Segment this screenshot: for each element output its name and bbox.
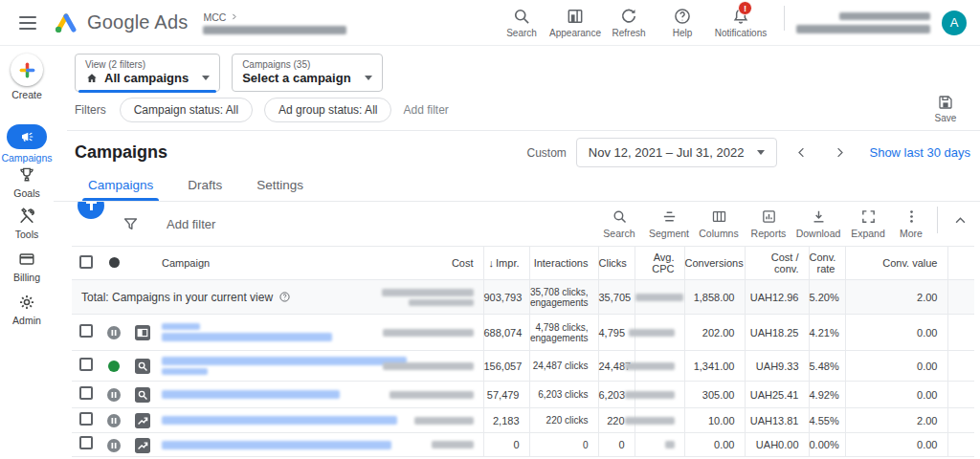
row-checkbox[interactable]	[79, 324, 93, 338]
show-last-30-days-link[interactable]: Show last 30 days	[869, 145, 970, 160]
column-header-interactions[interactable]: Interactions	[529, 247, 598, 280]
column-header-conversions[interactable]: Conversions	[684, 247, 745, 280]
conv-value-cell: 0.00	[845, 433, 947, 457]
campaign-type-icon	[127, 351, 158, 382]
row-checkbox[interactable]	[79, 386, 93, 400]
sidebar-item-goals[interactable]: Goals	[0, 165, 54, 199]
chevron-right-icon	[833, 145, 847, 160]
filter-chip-campaign-status[interactable]: Campaign status: All	[120, 98, 253, 122]
filter-funnel-icon[interactable]	[119, 212, 142, 235]
active-indicator	[78, 90, 216, 93]
table-search-button[interactable]: Search	[594, 208, 644, 239]
date-range-picker[interactable]: Nov 12, 2021 – Jul 31, 2022	[576, 138, 778, 167]
table-row: 156,05724,487 clicks24,4871,341.00UAH9.3…	[72, 351, 974, 382]
tab-drafts[interactable]: Drafts	[174, 174, 235, 201]
help-circle-icon[interactable]	[278, 291, 291, 303]
redacted-avg-cpc	[635, 315, 684, 351]
column-header-conv-value[interactable]: Conv. value	[845, 247, 947, 280]
status-filter-icon[interactable]	[109, 257, 120, 268]
previous-period-button[interactable]	[787, 139, 815, 167]
redacted-campaign-name[interactable]	[158, 315, 359, 351]
chevron-left-icon	[794, 145, 809, 160]
redacted-account-info[interactable]	[796, 12, 930, 33]
table-row: 57,4796,203 clicks6,203305.00UAH25.414.9…	[72, 382, 974, 408]
conv-rate-cell: 5.48%	[809, 351, 845, 382]
column-header-conv-rate[interactable]: Conv. rate	[809, 247, 845, 280]
refresh-button[interactable]: Refresh	[602, 7, 656, 38]
filter-chip-adgroup-status[interactable]: Ad group status: All	[264, 98, 391, 122]
toolbar-add-filter[interactable]: Add filter	[167, 217, 215, 231]
redacted-campaign-name[interactable]	[158, 382, 359, 408]
tab-settings[interactable]: Settings	[243, 174, 317, 201]
next-period-button[interactable]	[825, 139, 854, 167]
help-button[interactable]: Help	[656, 7, 709, 38]
row-checkbox[interactable]	[79, 358, 93, 371]
sidebar-item-create[interactable]: Create	[0, 54, 54, 100]
menu-icon[interactable]	[10, 5, 46, 41]
redacted-campaign-name[interactable]	[158, 408, 359, 433]
redacted-campaign-name[interactable]	[158, 351, 359, 382]
redacted-cost	[359, 351, 483, 382]
column-header-cost[interactable]: Cost	[359, 247, 483, 280]
chevron-down-icon	[202, 76, 210, 80]
column-header-campaign[interactable]: Campaign	[158, 247, 359, 280]
view-selector[interactable]: View (2 filters) All campaigns	[75, 54, 220, 92]
page-title: Campaigns	[75, 142, 167, 163]
table-body: Total: Campaigns in your current view 90…	[72, 280, 974, 457]
appearance-icon	[566, 7, 585, 26]
tab-campaigns[interactable]: Campaigns	[75, 174, 167, 201]
select-all-checkbox[interactable]	[79, 255, 93, 269]
brand-name: Google Ads	[87, 11, 188, 33]
more-vert-icon	[903, 208, 920, 225]
campaign-selector[interactable]: Campaigns (35) Select a campaign	[232, 54, 382, 92]
column-header-clicks[interactable]: Clicks	[598, 247, 635, 280]
campaigns-pill	[7, 124, 47, 149]
download-button[interactable]: Download	[793, 208, 843, 239]
sidebar-item-admin[interactable]: Admin	[0, 293, 54, 326]
sidebar-item-tools[interactable]: Tools	[0, 207, 54, 240]
gear-icon	[17, 293, 36, 312]
chevron-down-icon	[757, 150, 765, 155]
campaign-status[interactable]	[100, 315, 127, 351]
collapse-table-button[interactable]	[946, 206, 974, 234]
account-breadcrumb[interactable]: MCC	[203, 11, 346, 34]
expand-button[interactable]: Expand	[843, 208, 893, 239]
reports-icon	[761, 208, 777, 225]
search-button[interactable]: Search	[495, 7, 548, 38]
more-button[interactable]: More	[893, 208, 929, 239]
campaigns-table: Campaign Cost ↓Impr. Interactions Clicks…	[72, 246, 974, 457]
reports-button[interactable]: Reports	[744, 208, 793, 239]
brand: Google Ads	[54, 11, 188, 34]
filters-caption: Filters	[75, 103, 106, 117]
chevron-right-icon	[230, 12, 238, 21]
add-filter-link[interactable]: Add filter	[403, 103, 448, 117]
notifications-button[interactable]: ! Notifications	[709, 7, 772, 38]
top-bar: Google Ads MCC Search Appearance Refresh	[0, 0, 980, 46]
columns-button[interactable]: Columns	[694, 208, 744, 239]
redacted-avg-cpc	[635, 382, 684, 408]
tab-bar: Campaigns Drafts Settings	[54, 174, 980, 202]
campaign-status[interactable]	[100, 351, 127, 382]
column-header-cost-conv[interactable]: Cost / conv.	[745, 247, 809, 280]
table-header-row: Campaign Cost ↓Impr. Interactions Clicks…	[72, 247, 974, 280]
campaign-status[interactable]	[100, 433, 127, 457]
campaign-status[interactable]	[100, 382, 127, 408]
column-header-impr[interactable]: ↓Impr.	[483, 247, 529, 280]
campaign-status[interactable]	[100, 408, 127, 433]
appearance-button[interactable]: Appearance	[548, 7, 602, 38]
save-button[interactable]: Save	[924, 94, 967, 123]
divider	[937, 207, 938, 233]
row-checkbox[interactable]	[79, 412, 93, 426]
sidebar-item-billing[interactable]: Billing	[0, 250, 54, 283]
redacted-campaign-name[interactable]	[158, 433, 359, 457]
row-checkbox[interactable]	[79, 436, 93, 449]
sidebar-item-campaigns[interactable]: Campaigns	[0, 124, 54, 164]
conversions-cell: 202.00	[684, 315, 745, 351]
table-total-row: Total: Campaigns in your current view 90…	[72, 280, 974, 315]
create-button[interactable]	[11, 54, 43, 86]
segment-button[interactable]: Segment	[644, 208, 694, 239]
impr-cell: 57,479	[483, 382, 529, 408]
avatar[interactable]: A	[942, 11, 967, 35]
column-header-avg-cpc[interactable]: Avg. CPC	[635, 247, 684, 280]
conversions-cell: 1,341.00	[684, 351, 745, 382]
